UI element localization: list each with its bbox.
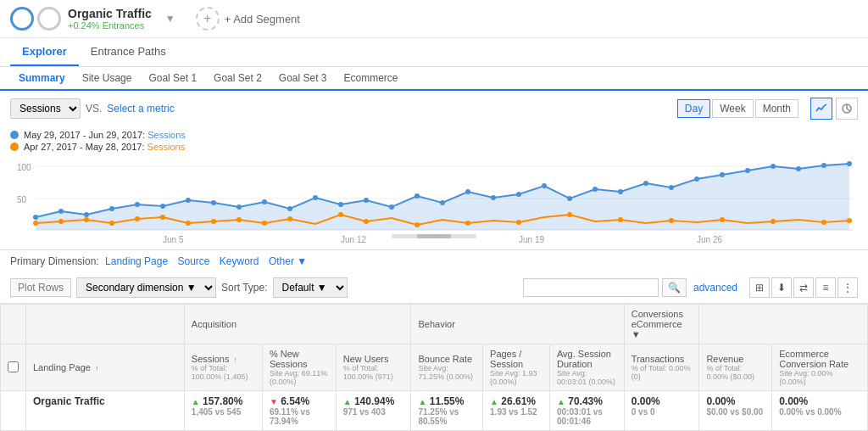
- y-label-100: 100: [17, 163, 31, 172]
- add-segment-button[interactable]: + + Add Segment: [196, 7, 300, 31]
- settings-btn[interactable]: ⋮: [837, 277, 858, 298]
- subtab-summary[interactable]: Summary: [10, 67, 74, 91]
- compare-btn[interactable]: ⇄: [793, 277, 814, 298]
- orange-dot: [160, 215, 165, 220]
- secondary-dimension-select[interactable]: Secondary dimension ▼: [76, 277, 216, 298]
- line-chart-icon[interactable]: [810, 98, 832, 120]
- organic-transactions: 0.00% 0 vs 0: [624, 391, 699, 431]
- legend-period1: May 29, 2017 - Jun 29, 2017: Sessions: [24, 130, 186, 140]
- tab-explorer[interactable]: Explorer: [10, 38, 79, 66]
- organic-avg-session: ▲ 70.43% 00:03:01 vs 00:01:46: [549, 391, 624, 431]
- period-btn-month[interactable]: Month: [755, 99, 798, 118]
- filter-btn[interactable]: ≡: [815, 277, 836, 298]
- avg-session-trend-icon: ▲: [557, 397, 565, 406]
- orange-dot: [516, 220, 521, 225]
- pie-chart-icon[interactable]: [836, 98, 858, 120]
- search-button[interactable]: 🔍: [662, 278, 687, 297]
- pages-session-trend-icon: ▲: [490, 397, 498, 406]
- scroll-thumb[interactable]: [417, 234, 451, 238]
- add-segment-label: + Add Segment: [225, 13, 300, 25]
- subtab-goal-set-2[interactable]: Goal Set 2: [205, 67, 270, 89]
- dim-other[interactable]: Other ▼: [269, 255, 307, 267]
- download-btn[interactable]: ⬇: [771, 277, 792, 298]
- orange-dot: [847, 218, 852, 223]
- primary-dim-label: Primary Dimension:: [10, 255, 99, 267]
- organic-pct-new: ▼ 6.54% 69.11% vs 73.94%: [262, 391, 336, 431]
- metric-select[interactable]: Sessions: [10, 98, 81, 119]
- blue-dot: [415, 193, 420, 199]
- organic-bounce-rate: ▲ 11.55% 71.25% vs 80.55%: [411, 391, 483, 431]
- col-group-acquisition: Acquisition: [184, 305, 411, 344]
- segment-dropdown-arrow[interactable]: ▼: [165, 13, 175, 25]
- organic-revenue: 0.00% $0.00 vs $0.00: [699, 391, 772, 431]
- th-sessions[interactable]: Sessions ↑ % of Total: 100.00% (1,405): [184, 344, 262, 391]
- orange-dot: [135, 216, 140, 221]
- select-all-checkbox[interactable]: [8, 361, 19, 372]
- blue-dot: [135, 202, 140, 207]
- period-btn-day[interactable]: Day: [677, 99, 710, 118]
- chart-area: 100 50: [0, 154, 868, 249]
- segment-circle-blue: [10, 7, 34, 31]
- tab-entrance-paths[interactable]: Entrance Paths: [79, 38, 178, 66]
- subtab-site-usage[interactable]: Site Usage: [74, 67, 141, 89]
- header: Organic Traffic +0.24% Entrances ▼ + + A…: [0, 0, 868, 38]
- blue-dot: [160, 204, 165, 209]
- blue-dot: [186, 198, 191, 203]
- dim-source[interactable]: Source: [177, 255, 209, 267]
- orange-dot: [618, 217, 623, 222]
- th-bounce-rate[interactable]: Bounce Rate Site Avg: 71.25% (0.00%): [411, 344, 483, 391]
- orange-dot: [58, 219, 64, 224]
- chart-controls: Sessions VS. Select a metric Day Week Mo…: [0, 91, 868, 126]
- add-circle-icon: +: [196, 7, 220, 31]
- plot-rows-button[interactable]: Plot Rows: [10, 278, 71, 297]
- subtab-ecommerce[interactable]: Ecommerce: [336, 67, 407, 89]
- th-avg-session[interactable]: Avg. Session Duration Site Avg: 00:03:01…: [549, 344, 624, 391]
- blue-dot: [669, 185, 674, 190]
- th-transactions[interactable]: Transactions % of Total: 0.00% (0): [624, 344, 699, 391]
- col-group-ecommerce: [699, 305, 868, 344]
- dim-keyword[interactable]: Keyword: [220, 255, 259, 267]
- subtab-goal-set-1[interactable]: Goal Set 1: [140, 67, 205, 89]
- orange-dot: [465, 221, 470, 226]
- subtab-goal-set-3[interactable]: Goal Set 3: [270, 67, 336, 89]
- grid-view-btn[interactable]: ⊞: [749, 277, 770, 298]
- segment-info: Organic Traffic +0.24% Entrances: [68, 7, 152, 31]
- th-landing-page[interactable]: Landing Page ↑: [26, 344, 185, 391]
- organic-ecommerce-rate: 0.00% 0.00% vs 0.00%: [772, 391, 868, 431]
- blue-dot: [338, 202, 343, 207]
- primary-dimension: Primary Dimension: Landing Page Source K…: [0, 249, 868, 272]
- blue-dot: [847, 161, 852, 166]
- blue-dot: [618, 189, 623, 194]
- th-pct-new[interactable]: % New Sessions Site Avg: 69.11% (0.00%): [262, 344, 336, 391]
- orange-dot: [567, 212, 572, 217]
- ecommerce-dropdown[interactable]: eCommerce ▼: [632, 319, 693, 339]
- blue-dot: [84, 212, 89, 217]
- legend-item-1: May 29, 2017 - Jun 29, 2017: Sessions: [10, 130, 858, 140]
- select-metric-link[interactable]: Select a metric: [107, 103, 174, 115]
- blue-dot: [440, 200, 445, 205]
- orange-dot: [720, 217, 725, 222]
- th-pages-session[interactable]: Pages / Session Site Avg: 1.93 (0.00%): [483, 344, 550, 391]
- search-wrap: 🔍 advanced: [523, 278, 737, 297]
- th-revenue[interactable]: Revenue % of Total: 0.00% ($0.00): [699, 344, 772, 391]
- period-btn-week[interactable]: Week: [712, 99, 753, 118]
- advanced-link[interactable]: advanced: [693, 282, 737, 294]
- chart-legend: May 29, 2017 - Jun 29, 2017: Sessions Ap…: [0, 126, 868, 154]
- th-ecommerce-rate[interactable]: Ecommerce Conversion Rate Site Avg: 0.00…: [772, 344, 868, 391]
- search-input[interactable]: [523, 278, 659, 297]
- sort-type-label: Sort Type:: [221, 282, 267, 294]
- col-group-behavior: Behavior: [411, 305, 624, 344]
- sort-icon-sessions: ↑: [234, 355, 238, 364]
- orange-dot: [211, 219, 216, 224]
- blue-dot: [516, 192, 521, 197]
- th-new-users[interactable]: New Users % of Total: 100.00% (971): [336, 344, 411, 391]
- orange-dot: [287, 216, 292, 221]
- organic-traffic-row: Organic Traffic ▲ 157.80% 1,405 vs 545 ▼…: [1, 391, 868, 431]
- sort-default-select[interactable]: Default ▼: [273, 277, 348, 298]
- legend-period2: Apr 27, 2017 - May 28, 2017: Sessions: [24, 142, 185, 152]
- orange-dot: [186, 221, 191, 226]
- vs-label: VS.: [86, 103, 102, 115]
- dim-landing-page[interactable]: Landing Page: [105, 255, 168, 267]
- blue-dot: [796, 166, 801, 171]
- table-controls: Plot Rows Secondary dimension ▼ Sort Typ…: [0, 272, 868, 304]
